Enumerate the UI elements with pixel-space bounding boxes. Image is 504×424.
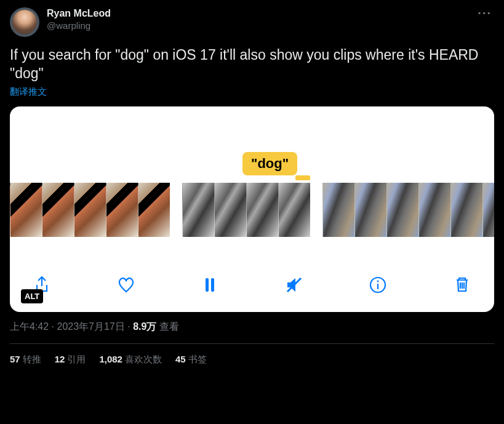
clip-group[interactable] (322, 183, 494, 237)
clip-thumb[interactable] (482, 183, 494, 237)
user-handle: @warpling (47, 20, 468, 32)
views-count: 8.9万 (133, 321, 156, 332)
translate-link[interactable]: 翻译推文 (10, 86, 47, 98)
tweet-text: If you search for "dog" on iOS 17 it'll … (10, 46, 494, 82)
clip-thumb[interactable] (246, 183, 278, 237)
bookmarks-label: 书签 (188, 354, 207, 364)
media-toolbar (10, 258, 494, 312)
clip-thumb[interactable] (42, 183, 74, 237)
clip-thumb[interactable] (214, 183, 246, 237)
stats-row: 57转推 12引用 1,082喜欢次数 45书签 (10, 354, 494, 366)
clip-thumb[interactable] (106, 183, 138, 237)
quotes-stat[interactable]: 12引用 (55, 354, 86, 366)
tweet-container: Ryan McLeod @warpling ··· If you search … (0, 0, 504, 373)
divider (10, 343, 494, 344)
tweet-meta[interactable]: 上午4:42 · 2023年7月17日 · 8.9万 查看 (10, 321, 494, 334)
likes-label: 喜欢次数 (125, 354, 162, 364)
clip-thumb[interactable] (418, 183, 450, 237)
tweet-time: 上午4:42 (10, 321, 49, 332)
clip-thumb[interactable] (74, 183, 106, 237)
bookmarks-count: 45 (175, 354, 186, 364)
info-icon[interactable] (368, 275, 388, 295)
retweets-label: 转推 (23, 354, 41, 364)
svg-point-4 (377, 281, 379, 282)
tweet-date: 2023年7月17日 (57, 321, 124, 332)
display-name: Ryan McLeod (47, 7, 468, 20)
search-tooltip: "dog" (242, 152, 297, 175)
svg-rect-0 (206, 278, 209, 292)
heart-icon[interactable] (116, 275, 136, 295)
clip-thumb[interactable] (450, 183, 482, 237)
pause-icon[interactable] (200, 275, 220, 295)
user-block[interactable]: Ryan McLeod @warpling (47, 7, 468, 32)
trash-icon[interactable] (452, 275, 472, 295)
retweets-count: 57 (10, 354, 20, 364)
clip-thumb[interactable] (138, 183, 170, 237)
clip-thumb[interactable] (10, 183, 42, 237)
clip-thumb[interactable] (322, 183, 354, 237)
clip-thumb[interactable] (354, 183, 386, 237)
mute-icon[interactable] (284, 275, 304, 295)
retweets-stat[interactable]: 57转推 (10, 354, 41, 366)
avatar[interactable] (10, 7, 39, 37)
clip-thumb[interactable] (182, 183, 214, 237)
clip-group[interactable] (10, 183, 170, 237)
views-label: 查看 (159, 321, 179, 332)
quotes-label: 引用 (67, 354, 86, 364)
clip-thumb[interactable] (386, 183, 418, 237)
likes-count: 1,082 (99, 354, 122, 364)
playhead-marker (295, 175, 310, 180)
media-card[interactable]: "dog" (10, 106, 494, 312)
bookmarks-stat[interactable]: 45书签 (175, 354, 207, 366)
more-icon[interactable]: ··· (475, 7, 494, 18)
alt-badge[interactable]: ALT (21, 289, 43, 303)
likes-stat[interactable]: 1,082喜欢次数 (99, 354, 162, 366)
quotes-count: 12 (55, 354, 65, 364)
video-timeline[interactable] (10, 183, 494, 237)
tweet-header: Ryan McLeod @warpling ··· (10, 7, 494, 37)
svg-rect-1 (211, 278, 214, 292)
clip-group[interactable] (182, 183, 310, 237)
clip-thumb[interactable] (278, 183, 310, 237)
